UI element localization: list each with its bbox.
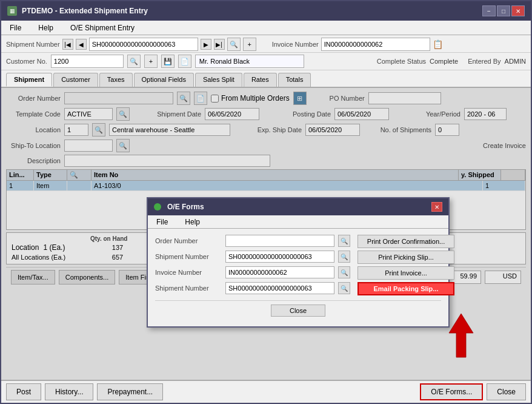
modal-title-text: O/E Forms bbox=[167, 203, 204, 211]
add-shipment-button[interactable]: + bbox=[243, 38, 256, 51]
customer-no-input[interactable] bbox=[51, 55, 124, 68]
modal-invoice-input[interactable] bbox=[225, 266, 334, 278]
tab-customer[interactable]: Customer bbox=[53, 73, 98, 87]
customer-info-button[interactable]: 💾 bbox=[161, 55, 175, 68]
menu-file[interactable]: File bbox=[6, 22, 25, 33]
maximize-button[interactable]: □ bbox=[497, 5, 510, 16]
tab-optional-fields[interactable]: Optional Fields bbox=[134, 73, 194, 87]
modal-menu: File Help bbox=[148, 215, 448, 229]
main-window: ▦ PTDEMO - Extended Shipment Entry − □ ✕… bbox=[0, 0, 532, 404]
entered-by-label: Entered By bbox=[468, 58, 500, 65]
entered-by-field: Entered By ADMIN bbox=[468, 58, 526, 65]
menu-bar: File Help O/E Shipment Entry bbox=[1, 21, 531, 35]
shipment-number-group: Shipment Number |◀ ◀ ▶ ▶| 🔍 + bbox=[6, 38, 256, 51]
print-invoice-button[interactable]: Print Invoice... bbox=[357, 266, 454, 280]
complete-status-label: Complete Status bbox=[377, 58, 426, 65]
modal-search-invoice-btn[interactable]: 🔍 bbox=[338, 266, 350, 278]
modal-title-bar: O/E Forms ✕ bbox=[148, 198, 448, 215]
tab-shipment[interactable]: Shipment bbox=[6, 73, 52, 87]
prepayment-button[interactable]: Prepayment... bbox=[97, 383, 163, 400]
arrow-indicator bbox=[443, 311, 479, 362]
search-shipment-button[interactable]: 🔍 bbox=[227, 38, 241, 51]
svg-marker-0 bbox=[449, 314, 473, 357]
shipment-number-label: Shipment Number bbox=[6, 41, 60, 48]
bottom-bar: Post History... Prepayment... O/E Forms.… bbox=[1, 380, 531, 403]
modal-content: Order Number 🔍 Shipment Number 🔍 bbox=[155, 235, 441, 298]
entered-by-value: ADMIN bbox=[505, 58, 526, 65]
next-record-button[interactable]: ▶ bbox=[201, 39, 211, 50]
modal-shipment1-input[interactable] bbox=[225, 251, 334, 263]
oe-forms-button[interactable]: O/E Forms... bbox=[420, 383, 483, 400]
modal-icon bbox=[154, 203, 161, 210]
history-button[interactable]: History... bbox=[45, 383, 93, 400]
email-packing-button[interactable]: Email Packing Slip... bbox=[357, 282, 454, 295]
invoice-number-group: Invoice Number 📋 bbox=[272, 38, 443, 51]
tab-rates[interactable]: Rates bbox=[244, 73, 277, 87]
app-icon: ▦ bbox=[7, 6, 17, 16]
modal-actions: Print Order Confirmation... Print Pickin… bbox=[357, 235, 454, 298]
modal-close-x-button[interactable]: ✕ bbox=[431, 202, 442, 212]
first-record-button[interactable]: |◀ bbox=[62, 39, 73, 50]
oe-forms-modal: O/E Forms ✕ File Help Order Number bbox=[147, 197, 450, 328]
customer-no-label: Customer No. bbox=[6, 58, 47, 65]
modal-search-shipment1-btn[interactable]: 🔍 bbox=[338, 251, 350, 263]
menu-help[interactable]: Help bbox=[35, 22, 57, 33]
customer-name: Mr. Ronald Black bbox=[195, 55, 304, 68]
print-picking-button[interactable]: Print Picking Slip... bbox=[357, 251, 454, 264]
minimize-button[interactable]: − bbox=[482, 5, 496, 16]
modal-body: Order Number 🔍 Shipment Number 🔍 bbox=[148, 229, 448, 326]
add-customer-button[interactable]: + bbox=[144, 55, 158, 68]
title-controls: − □ ✕ bbox=[482, 5, 525, 16]
last-record-button[interactable]: ▶| bbox=[214, 39, 225, 50]
prev-record-button[interactable]: ◀ bbox=[76, 39, 87, 50]
tab-sales-split[interactable]: Sales Split bbox=[195, 73, 242, 87]
shipment-number-input[interactable] bbox=[89, 38, 198, 51]
menu-oe-shipment[interactable]: O/E Shipment Entry bbox=[67, 22, 138, 33]
modal-shipment2-label: Shipment Number bbox=[155, 284, 222, 292]
invoice-number-label: Invoice Number bbox=[272, 41, 319, 48]
main-content: Order Number 🔍 📄 From Multiple Orders ⊞ … bbox=[1, 88, 531, 380]
modal-title-left: O/E Forms bbox=[154, 203, 204, 211]
modal-close-area: Close bbox=[155, 300, 441, 320]
tab-taxes[interactable]: Taxes bbox=[99, 73, 133, 87]
invoice-link-icon: 📋 bbox=[433, 39, 443, 49]
modal-order-row: Order Number 🔍 bbox=[155, 235, 350, 247]
modal-close-button[interactable]: Close bbox=[271, 305, 325, 317]
title-bar: ▦ PTDEMO - Extended Shipment Entry − □ ✕ bbox=[1, 1, 531, 21]
modal-shipment2-row: Shipment Number 🔍 bbox=[155, 282, 350, 294]
customer-row: Customer No. 🔍 + 💾 📄 Mr. Ronald Black Co… bbox=[1, 53, 531, 70]
modal-shipment2-input[interactable] bbox=[225, 282, 334, 294]
window-close-button[interactable]: ✕ bbox=[511, 5, 525, 16]
modal-shipment1-row: Shipment Number 🔍 bbox=[155, 251, 350, 263]
invoice-number-input[interactable] bbox=[321, 38, 430, 51]
modal-menu-help[interactable]: Help bbox=[181, 217, 204, 227]
close-button[interactable]: Close bbox=[487, 383, 526, 400]
title-bar-left: ▦ PTDEMO - Extended Shipment Entry bbox=[7, 6, 148, 16]
window-title: PTDEMO - Extended Shipment Entry bbox=[22, 7, 148, 15]
modal-invoice-row: Invoice Number 🔍 bbox=[155, 266, 350, 278]
modal-fields: Order Number 🔍 Shipment Number 🔍 bbox=[155, 235, 350, 298]
status-area: Complete Status Complete Entered By ADMI… bbox=[377, 58, 526, 65]
modal-shipment1-label: Shipment Number bbox=[155, 253, 222, 260]
modal-search-shipment2-btn[interactable]: 🔍 bbox=[338, 282, 350, 294]
modal-menu-file[interactable]: File bbox=[153, 217, 171, 227]
modal-search-order-btn[interactable]: 🔍 bbox=[338, 235, 350, 247]
modal-order-input[interactable] bbox=[225, 235, 334, 247]
complete-status-field: Complete Status Complete bbox=[377, 58, 458, 65]
modal-invoice-label: Invoice Number bbox=[155, 269, 222, 276]
modal-order-label: Order Number bbox=[155, 237, 222, 244]
customer-doc-button[interactable]: 📄 bbox=[178, 55, 191, 68]
search-customer-button[interactable]: 🔍 bbox=[127, 55, 141, 68]
post-button[interactable]: Post bbox=[6, 383, 41, 400]
complete-status-value: Complete bbox=[430, 58, 458, 65]
toolbar-row1: Shipment Number |◀ ◀ ▶ ▶| 🔍 + Invoice Nu… bbox=[1, 35, 531, 53]
tab-totals[interactable]: Totals bbox=[278, 73, 311, 87]
print-confirmation-button[interactable]: Print Order Confirmation... bbox=[357, 235, 454, 248]
tabs-bar: Shipment Customer Taxes Optional Fields … bbox=[1, 70, 531, 88]
